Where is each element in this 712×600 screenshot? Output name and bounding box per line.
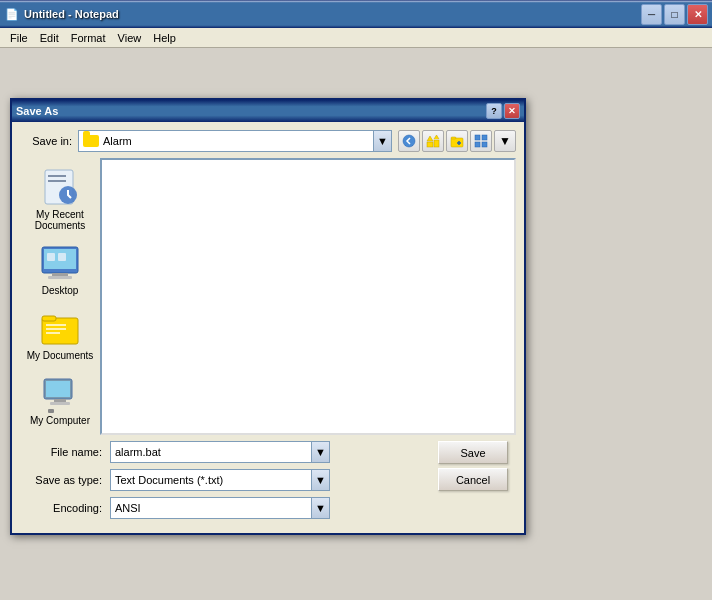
maximize-button[interactable]: □ xyxy=(664,4,685,25)
places-sidebar: My RecentDocuments xyxy=(20,158,100,435)
notepad-window: 📄 Untitled - Notepad ─ □ ✕ File Edit For… xyxy=(0,0,712,600)
svg-rect-24 xyxy=(46,324,66,326)
sidebar-item-recent[interactable]: My RecentDocuments xyxy=(20,162,100,236)
svg-rect-14 xyxy=(48,180,66,182)
sidebar-item-mycomputer-label: My Computer xyxy=(30,415,90,426)
views-button[interactable] xyxy=(470,130,492,152)
svg-rect-3 xyxy=(434,140,439,147)
menu-format[interactable]: Format xyxy=(65,30,112,46)
encoding-arrow[interactable]: ▼ xyxy=(311,498,329,518)
folder-icon xyxy=(83,135,99,147)
svg-rect-18 xyxy=(52,273,68,276)
file-name-arrow[interactable]: ▼ xyxy=(311,442,329,462)
svg-rect-28 xyxy=(46,381,70,397)
file-name-value[interactable]: alarm.bat xyxy=(111,442,311,462)
svg-rect-25 xyxy=(46,328,66,330)
sidebar-item-mydocs-label: My Documents xyxy=(27,350,94,361)
sidebar-item-mydocs[interactable]: My Documents xyxy=(20,303,100,366)
svg-rect-13 xyxy=(48,175,66,177)
dialog-content: Save in: Alarm ▼ xyxy=(12,122,524,533)
dialog-title-buttons: ? ✕ xyxy=(486,103,520,119)
title-bar-buttons: ─ □ ✕ xyxy=(641,4,708,25)
recent-docs-icon xyxy=(40,167,80,207)
menu-help[interactable]: Help xyxy=(147,30,182,46)
svg-rect-29 xyxy=(54,399,66,402)
save-type-value[interactable]: Text Documents (*.txt) xyxy=(111,470,311,490)
up-button[interactable] xyxy=(422,130,444,152)
window-title: Untitled - Notepad xyxy=(24,8,641,20)
svg-point-0 xyxy=(403,135,415,147)
app-icon: 📄 xyxy=(4,6,20,22)
close-button[interactable]: ✕ xyxy=(687,4,708,25)
cancel-button[interactable]: Cancel xyxy=(438,468,508,491)
save-in-combo[interactable]: Alarm ▼ xyxy=(78,130,392,152)
back-icon xyxy=(402,134,416,148)
svg-rect-22 xyxy=(42,318,78,344)
new-folder-icon xyxy=(450,134,464,148)
svg-rect-31 xyxy=(48,409,54,413)
encoding-label: Encoding: xyxy=(20,502,110,514)
sidebar-item-desktop-label: Desktop xyxy=(42,285,79,296)
file-name-label: File name: xyxy=(20,446,110,458)
file-list[interactable] xyxy=(100,158,516,435)
file-name-row: File name: alarm.bat ▼ Save Cancel xyxy=(20,441,516,463)
minimize-button[interactable]: ─ xyxy=(641,4,662,25)
menu-edit[interactable]: Edit xyxy=(34,30,65,46)
save-button[interactable]: Save xyxy=(438,441,508,464)
svg-rect-26 xyxy=(46,332,60,334)
scrollbar-strip xyxy=(696,96,712,600)
file-name-combo[interactable]: alarm.bat ▼ xyxy=(110,441,330,463)
back-button[interactable] xyxy=(398,130,420,152)
save-in-dropdown-arrow[interactable]: ▼ xyxy=(373,131,391,151)
menu-view[interactable]: View xyxy=(112,30,148,46)
svg-rect-23 xyxy=(42,316,56,321)
main-area: My RecentDocuments xyxy=(20,158,516,435)
svg-rect-20 xyxy=(47,253,55,261)
menu-file[interactable]: File xyxy=(4,30,34,46)
svg-rect-19 xyxy=(48,276,72,279)
views-icon xyxy=(474,134,488,148)
save-in-row: Save in: Alarm ▼ xyxy=(20,130,516,152)
svg-marker-2 xyxy=(427,136,433,141)
background-area: Save As ? ✕ Save in: Alarm ▼ xyxy=(0,48,712,600)
save-in-label: Save in: xyxy=(20,135,72,147)
save-in-value: Alarm xyxy=(103,135,132,147)
dialog-close-button[interactable]: ✕ xyxy=(504,103,520,119)
encoding-combo[interactable]: ANSI ▼ xyxy=(110,497,330,519)
svg-rect-1 xyxy=(427,142,433,147)
svg-rect-5 xyxy=(451,137,456,139)
new-folder-button[interactable] xyxy=(446,130,468,152)
up-icon xyxy=(426,134,440,148)
dialog-title-bar: Save As ? ✕ xyxy=(12,100,524,122)
title-bar: 📄 Untitled - Notepad ─ □ ✕ xyxy=(0,0,712,28)
svg-rect-8 xyxy=(475,135,480,140)
menu-bar: File Edit Format View Help xyxy=(0,28,712,48)
save-as-dialog: Save As ? ✕ Save in: Alarm ▼ xyxy=(10,98,526,535)
encoding-value[interactable]: ANSI xyxy=(111,498,311,518)
sidebar-item-recent-label: My RecentDocuments xyxy=(35,209,86,231)
svg-rect-30 xyxy=(50,402,70,405)
bottom-form-area: File name: alarm.bat ▼ Save Cancel Save … xyxy=(20,441,516,519)
sidebar-item-mycomputer[interactable]: My Computer xyxy=(20,368,100,431)
toolbar-buttons: ▼ xyxy=(398,130,516,152)
save-type-combo[interactable]: Text Documents (*.txt) ▼ xyxy=(110,469,330,491)
save-type-arrow[interactable]: ▼ xyxy=(311,470,329,490)
save-type-label: Save as type: xyxy=(20,474,110,486)
views-dropdown-button[interactable]: ▼ xyxy=(494,130,516,152)
desktop-icon xyxy=(40,243,80,283)
dialog-help-button[interactable]: ? xyxy=(486,103,502,119)
my-computer-icon xyxy=(40,373,80,413)
my-documents-icon xyxy=(40,308,80,348)
svg-rect-11 xyxy=(482,142,487,147)
svg-rect-21 xyxy=(58,253,66,261)
dialog-title: Save As xyxy=(16,105,486,117)
save-in-icon: Alarm xyxy=(79,131,373,151)
sidebar-item-desktop[interactable]: Desktop xyxy=(20,238,100,301)
svg-rect-9 xyxy=(482,135,487,140)
svg-rect-10 xyxy=(475,142,480,147)
encoding-row: Encoding: ANSI ▼ xyxy=(20,497,516,519)
